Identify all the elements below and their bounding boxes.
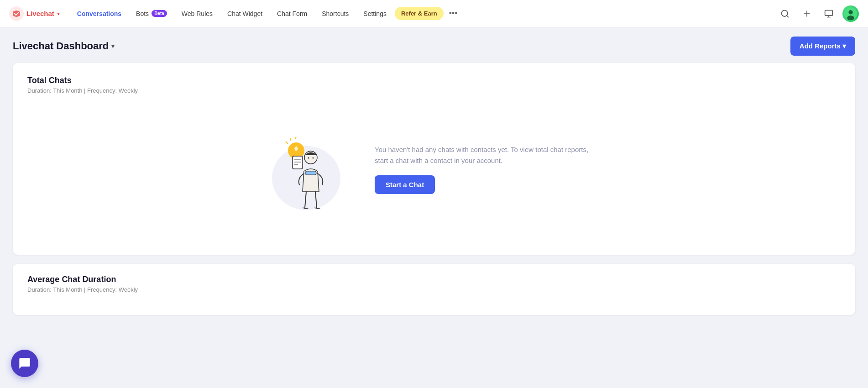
nav-actions: [777, 5, 859, 22]
nav-item-web-rules[interactable]: Web Rules: [175, 6, 219, 21]
nav-item-chat-widget[interactable]: Chat Widget: [221, 6, 269, 21]
refer-earn-button[interactable]: Refer & Earn: [395, 7, 444, 20]
plus-icon: [802, 9, 811, 18]
page-header: Livechat Dashboard ▾ Add Reports ▾: [0, 27, 868, 63]
nav-item-conversations[interactable]: Conversations: [71, 6, 128, 21]
brand-logo-wrap[interactable]: Livechat ▾: [9, 6, 60, 21]
empty-message: You haven't had any chats with contacts …: [375, 144, 603, 166]
search-icon: [780, 9, 790, 18]
brand-icon: [9, 6, 24, 21]
svg-point-9: [848, 10, 852, 14]
total-chats-card: Total Chats Duration: This Month | Frequ…: [13, 63, 855, 255]
svg-rect-20: [293, 156, 303, 169]
nav-items: Conversations Bots Beta Web Rules Chat W…: [71, 6, 773, 21]
add-button[interactable]: [799, 5, 815, 22]
nav-item-shortcuts[interactable]: Shortcuts: [315, 6, 355, 21]
user-avatar[interactable]: [842, 5, 859, 22]
empty-illustration: [265, 123, 347, 215]
brand-chevron-icon: ▾: [57, 10, 60, 17]
main-content: Total Chats Duration: This Month | Frequ…: [0, 63, 868, 328]
svg-point-18: [313, 157, 314, 159]
svg-rect-19: [305, 171, 316, 175]
start-chat-button[interactable]: Start a Chat: [375, 175, 435, 194]
total-chats-title: Total Chats: [27, 76, 841, 85]
svg-line-13: [286, 142, 288, 144]
chat-widget-bubble[interactable]: [11, 350, 38, 377]
brand-name: Livechat: [26, 10, 54, 17]
add-reports-button[interactable]: Add Reports ▾: [790, 37, 855, 56]
empty-state: You haven't had any chats with contacts …: [27, 105, 841, 242]
svg-line-15: [295, 137, 296, 139]
svg-rect-5: [825, 10, 833, 16]
page-title-wrap[interactable]: Livechat Dashboard ▾: [13, 40, 115, 52]
svg-line-2: [787, 15, 789, 17]
avatar-icon: [844, 7, 857, 20]
notifications-button[interactable]: [821, 5, 837, 22]
nav-item-chat-form[interactable]: Chat Form: [271, 6, 314, 21]
avg-duration-subtitle: Duration: This Month | Frequency: Weekly: [27, 286, 841, 293]
avg-duration-title: Average Chat Duration: [27, 275, 841, 284]
notifications-icon: [824, 9, 833, 18]
more-options-icon[interactable]: •••: [445, 7, 461, 20]
nav-item-settings[interactable]: Settings: [357, 6, 393, 21]
avg-duration-card: Average Chat Duration Duration: This Mon…: [13, 264, 855, 315]
page-title-chevron-icon: ▾: [111, 42, 115, 50]
page-title: Livechat Dashboard: [13, 40, 109, 52]
search-button[interactable]: [777, 5, 793, 22]
total-chats-subtitle: Duration: This Month | Frequency: Weekly: [27, 87, 841, 94]
nav-item-bots[interactable]: Bots Beta: [130, 6, 173, 21]
empty-text-content: You haven't had any chats with contacts …: [375, 144, 603, 194]
beta-badge: Beta: [152, 10, 167, 17]
top-navigation: Livechat ▾ Conversations Bots Beta Web R…: [0, 0, 868, 27]
svg-point-17: [308, 157, 309, 159]
chat-bubble-icon: [18, 357, 31, 370]
